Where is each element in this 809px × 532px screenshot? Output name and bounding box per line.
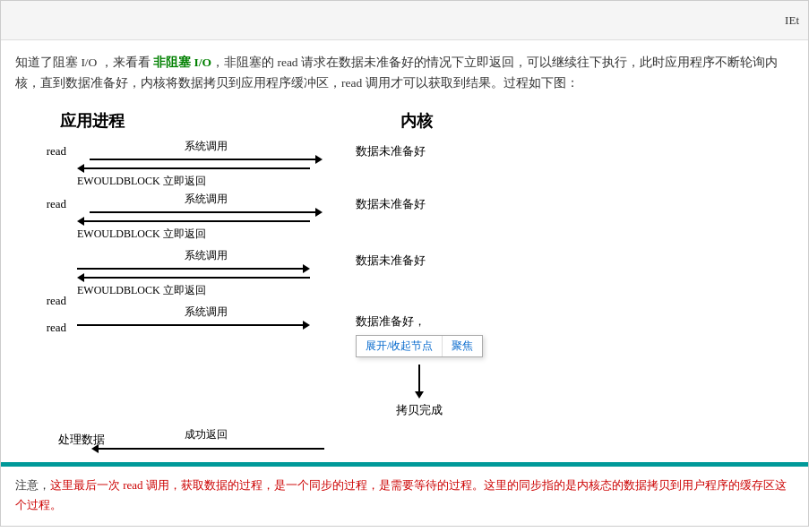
v-arrow-down	[410, 365, 428, 399]
kernel-status-1: 数据未准备好	[338, 143, 426, 159]
kernel-status-2b: 数据未准备好	[338, 253, 426, 269]
process-data-label: 处理数据	[33, 432, 73, 448]
read-label-2: read	[33, 197, 73, 211]
note-link[interactable]: 这里最后一次 read 调用，获取数据的过程，是一个同步的过程，是需要等待的过程…	[15, 478, 787, 511]
main-content: 知道了阻塞 I/O ，来看看 非阻塞 I/O，非阻塞的 read 请求在数据未准…	[1, 40, 808, 465]
tooltip-expand-btn[interactable]: 展开/收起节点	[357, 336, 443, 356]
bottom-note: 注意，这里最后一次 read 调用，获取数据的过程，是一个同步的过程，是需要等待…	[1, 465, 808, 526]
header-app: 应用进程	[33, 110, 356, 132]
syscall-text-1: 系统调用	[185, 139, 228, 154]
diagram-row-1: read 系统调用 数据未准备好	[33, 139, 785, 164]
tooltip-focus-btn[interactable]: 聚焦	[443, 336, 482, 356]
arrow-left-2c	[77, 273, 310, 282]
arrow-right-1	[90, 155, 323, 164]
arrow-right-2	[90, 208, 323, 217]
note-prefix: 注意，	[15, 478, 50, 492]
top-bar-right: IEt	[785, 13, 799, 28]
diagram-return-row-2: EWOULDBLOCK 立即返回 系统调用 数据未准备好	[33, 217, 785, 273]
bottom-note-text: 注意，这里最后一次 read 调用，获取数据的过程，是一个同步的过程，是需要等待…	[15, 476, 794, 515]
top-bar-label: IEt	[785, 13, 799, 28]
intro-text-before: 知道了阻塞 I/O ，来看看	[15, 56, 153, 69]
diagram-final-row: 处理数据 成功返回	[33, 427, 785, 453]
intro-paragraph: 知道了阻塞 I/O ，来看看 非阻塞 I/O，非阻塞的 read 请求在数据未准…	[15, 53, 794, 94]
tooltip-popup: 展开/收起节点 聚焦	[356, 335, 483, 357]
ewouldblock-2: EWOULDBLOCK 立即返回	[73, 227, 206, 242]
header-kernel: 内核	[356, 110, 785, 132]
kernel-status-2: 数据未准备好	[338, 196, 426, 212]
arrow-right-2d	[77, 321, 310, 330]
diagram-row-2: read 系统调用 数据未准备好	[33, 192, 785, 217]
arrow-left-final	[91, 444, 324, 453]
copy-done-label: 拷贝完成	[396, 402, 443, 418]
diag-middle-return-2: EWOULDBLOCK 立即返回 系统调用	[73, 217, 338, 273]
syscall-text-2d: 系统调用	[185, 305, 228, 320]
syscall-text-2: 系统调用	[185, 192, 228, 207]
read-label-2c: read	[33, 294, 73, 308]
diagram: 应用进程 内核 read 系统调用 数据未准备好	[15, 110, 794, 453]
arrow-left-2	[77, 217, 310, 226]
ewouldblock-2c: EWOULDBLOCK 立即返回	[73, 283, 206, 298]
top-bar: IEt	[1, 1, 808, 40]
read-label-1: read	[33, 144, 73, 159]
diag-middle-final: 成功返回	[73, 427, 338, 453]
arrow-right-2b	[77, 264, 310, 273]
diag-middle-1: 系统调用	[73, 139, 338, 164]
syscall-line-1: 系统调用	[73, 139, 338, 164]
data-ready-text: 数据准备好，	[356, 313, 483, 330]
diag-middle-return-2c: EWOULDBLOCK 立即返回 系统调用	[73, 273, 338, 330]
diag-middle-return-1: EWOULDBLOCK 立即返回	[73, 164, 338, 192]
syscall-line-2: 系统调用	[73, 192, 338, 217]
diagram-return-row-1: EWOULDBLOCK 立即返回	[33, 164, 785, 192]
success-label: 成功返回	[185, 427, 228, 442]
read-label-ready: read	[33, 321, 73, 335]
syscall-text-2b: 系统调用	[185, 248, 228, 263]
arrow-left-1	[77, 164, 310, 173]
intro-link1[interactable]: 非阻塞 I/O	[153, 56, 211, 69]
page-container: IEt 知道了阻塞 I/O ，来看看 非阻塞 I/O，非阻塞的 read 请求在…	[0, 0, 809, 527]
ewouldblock-1: EWOULDBLOCK 立即返回	[73, 174, 206, 189]
diagram-headers: 应用进程 内核	[33, 110, 785, 132]
diag-middle-2: 系统调用	[73, 192, 338, 217]
